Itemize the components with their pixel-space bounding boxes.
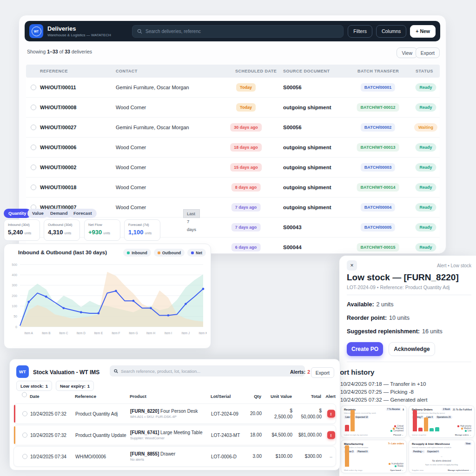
stat-card: Outbound (30d)4,310units	[44, 219, 80, 241]
alert-icon[interactable]: !	[327, 431, 335, 439]
filter-chip[interactable]: Low stock:1	[16, 381, 52, 391]
status-badge: Ready	[415, 83, 436, 92]
create-po-button[interactable]: Create PO	[347, 342, 383, 356]
col-date: Date	[30, 394, 40, 399]
legend-item-inbound[interactable]: Inbound	[123, 249, 151, 257]
batch-transfer-badge[interactable]: BATCH/WT-00012	[357, 103, 399, 112]
filter-chip[interactable]: Near expiry:1	[56, 381, 94, 391]
svg-text:Item C: Item C	[59, 331, 68, 335]
batch-transfer-badge[interactable]: BATCH/00002	[361, 123, 395, 132]
table-row[interactable]: WH/OUT/00027Gemini Furniture, Oscar Morg…	[26, 118, 440, 138]
row-checkbox[interactable]	[31, 145, 36, 150]
status-badge: Ready	[415, 103, 436, 112]
table-row[interactable]: WH/OUT/00018Wood Corner8 days agooutgoin…	[26, 178, 440, 198]
cell-total: $81,000.00	[294, 432, 322, 438]
stat-label: Inbound (30d)	[8, 223, 36, 227]
app-logo: WT	[29, 24, 43, 38]
col-source-document: SOURCE DOCUMENT	[283, 69, 330, 73]
mini-card-header-stat[interactable]: 7 To Receive	[386, 408, 401, 411]
mini-card-submessage: Sync to view current resupply backlog	[409, 463, 474, 466]
search-input[interactable]: Search deliveries, referenc	[132, 25, 344, 38]
mini-card[interactable]: ReceiptsInbound shipments received by we…	[341, 405, 407, 438]
row-checkbox[interactable]	[31, 85, 36, 90]
row-checkbox[interactable]	[31, 125, 36, 130]
row-checkbox[interactable]	[22, 454, 27, 459]
cell-unit-value: $100.00	[264, 454, 292, 460]
svg-text:Item K: Item K	[199, 331, 207, 335]
valuation-search-input[interactable]: Search reference, product, lot, location…	[110, 365, 305, 377]
filters-button[interactable]: Filters	[348, 25, 372, 38]
mini-bar	[430, 428, 434, 431]
mini-card-footer-label: Queue snapshot	[412, 434, 426, 436]
batch-transfer-badge[interactable]: BATCH/WT-00013	[357, 143, 399, 152]
table-row[interactable]: WH/OUT/00011Gemini Furniture, Oscar Morg…	[26, 78, 440, 98]
row-checkbox[interactable]	[31, 105, 36, 110]
table-row[interactable]: 10/24/2025 07:32Product Quantity Adj[FUR…	[13, 403, 336, 424]
view-button[interactable]: View	[397, 47, 417, 58]
status-badge: Waiting	[414, 123, 437, 132]
stock-valuation-panel: WT Stock Valuation - WT IMS Search refer…	[9, 359, 340, 470]
table-row[interactable]: WH/OUT/00008Wood CornerTodayoutgoing shi…	[26, 98, 440, 118]
new-button[interactable]: + New	[410, 25, 436, 38]
svg-text:Item I: Item I	[165, 331, 172, 335]
svg-text:50: 50	[13, 315, 17, 318]
cell-reference: WH/OUT/00011	[40, 85, 76, 90]
valuation-title: Stock Valuation - WT IMS	[33, 369, 99, 376]
mini-card-footer-link[interactable]: Open board →	[390, 469, 403, 471]
legend-item-outbound[interactable]: Outbound	[154, 249, 185, 257]
acknowledge-button[interactable]: Acknowledge	[389, 342, 435, 356]
svg-text:300: 300	[12, 284, 17, 287]
col-lot-serial: Lot/Serial	[211, 394, 231, 399]
tab-quantity[interactable]: Quantity	[4, 209, 31, 218]
col-reference: REFERENCE	[40, 69, 68, 73]
header-checkbox[interactable]	[22, 392, 27, 397]
svg-text:Item B: Item B	[42, 331, 51, 335]
date-range-chip[interactable]: Last 7 days	[183, 209, 200, 218]
batch-transfer-badge[interactable]: BATCH/00004	[361, 203, 395, 212]
table-row[interactable]: 10/24/2025 07:34WH/MO/00006[FURN_8855] D…	[13, 446, 336, 467]
mini-card-footer-link[interactable]: Planned →	[393, 434, 403, 436]
export-button[interactable]: Export	[416, 47, 440, 58]
tab-demand[interactable]: Demand	[46, 209, 72, 218]
valuation-table-header: DateReferenceProductLot/SerialQtyUnit Va…	[13, 392, 336, 402]
columns-button[interactable]: Columns	[376, 25, 406, 38]
col-scheduled-date: SCHEDULED DATE	[235, 69, 277, 73]
cell-lot-serial: LOT-2024-09	[211, 411, 238, 416]
batch-transfer-badge[interactable]: BATCH/00001	[361, 83, 395, 92]
cell-source-document: S00056	[283, 85, 302, 90]
mini-card[interactable]: ManufacturingWork orders in final iterat…	[341, 440, 407, 473]
table-row[interactable]: WH/OUT/00002Wood Corner15 days agooutgoi…	[26, 158, 440, 178]
mini-card-dash: –	[409, 455, 474, 458]
low-stock-field: Reorder point:10 units	[347, 315, 410, 321]
cell-contact: Wood Corner	[116, 205, 146, 210]
row-checkbox[interactable]	[22, 433, 27, 438]
mini-card-header-stat[interactable]: View	[464, 442, 472, 445]
export-button[interactable]: Export	[311, 367, 334, 378]
mini-card-header-stat[interactable]: 2 Rush	[442, 408, 451, 411]
row-checkbox[interactable]	[31, 165, 36, 170]
tab-forecast[interactable]: Forecast	[69, 209, 97, 218]
cell-source-document: S00044	[283, 245, 302, 250]
mini-card[interactable]: Resupply & Inter-WarehouseInternal trans…	[409, 440, 475, 473]
close-icon[interactable]: ×	[347, 260, 357, 271]
chart-title: Inbound & Outbound (last 30 days)	[18, 250, 107, 255]
stat-unit: units	[103, 231, 110, 235]
row-checkbox[interactable]	[22, 411, 27, 416]
mini-card[interactable]: Delivery OrdersOutbound deliveries backl…	[409, 405, 475, 438]
table-row[interactable]: WH/OUT/00006Wood Corner18 days agooutgoi…	[26, 138, 440, 158]
batch-transfer-badge[interactable]: BATCH/00003	[361, 163, 395, 172]
cell-source-document: outgoing shipment	[283, 165, 331, 170]
col-status: STATUS	[416, 69, 433, 73]
mini-card-footer-link[interactable]: Manage orders →	[455, 434, 471, 436]
legend-item-net[interactable]: Net	[187, 249, 206, 257]
batch-transfer-badge[interactable]: BATCH/00005	[361, 223, 395, 231]
table-row[interactable]: 10/24/2025 07:32Product Quantity Update[…	[13, 425, 336, 445]
low-stock-subtitle: LOT-2024-09 • Reference: Product Quantit…	[347, 284, 450, 290]
chart-card: Inbound & Outbound (last 30 days) Inboun…	[4, 244, 211, 349]
row-checkbox[interactable]	[31, 185, 36, 190]
alert-icon[interactable]: !	[327, 410, 335, 418]
mini-card-footer-link[interactable]: Manage replenishment →	[448, 469, 471, 471]
batch-transfer-badge[interactable]: BATCH/WT-00015	[357, 243, 399, 251]
batch-transfer-badge[interactable]: BATCH/WT-00014	[357, 183, 399, 192]
cell-reference: WH/OUT/00002	[40, 165, 76, 170]
